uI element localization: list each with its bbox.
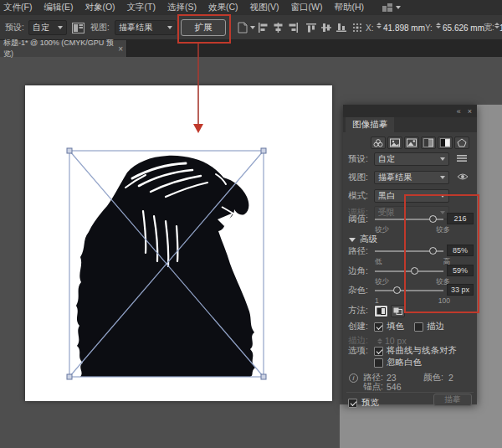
chevron-down-icon xyxy=(396,6,401,9)
panel-mode-label: 模式: xyxy=(348,190,368,202)
info-row-2: 锚点: 546 xyxy=(343,382,477,392)
noise-label: 杂色: xyxy=(348,285,368,296)
method-label: 方法: xyxy=(348,305,368,317)
y-stepper[interactable] xyxy=(436,23,441,28)
panel-view-dropdown[interactable]: 描摹结果 xyxy=(374,171,449,184)
info-anchors-label: 锚点: xyxy=(363,381,383,393)
align-center-icon[interactable] xyxy=(273,15,284,40)
fill-checkbox[interactable] xyxy=(374,322,383,332)
eye-icon[interactable] xyxy=(457,173,469,183)
menu-file[interactable]: 文件(F) xyxy=(3,2,32,13)
ignore-white-checkbox[interactable] xyxy=(374,358,383,368)
menu-bar: 文件(F) 编辑(E) 对象(O) 文字(T) 选择(S) 效果(C) 视图(V… xyxy=(0,0,502,15)
panel-mode-value: 黑白 xyxy=(378,190,395,202)
align-left-icon[interactable] xyxy=(258,15,269,40)
view-dropdown[interactable]: 描摹结果 xyxy=(115,15,177,40)
noise-slider-thumb[interactable] xyxy=(393,286,401,294)
grayscale-preset-icon[interactable] xyxy=(421,136,436,149)
y-value[interactable]: 65.626 mm xyxy=(443,15,484,40)
reference-point-icon[interactable] xyxy=(352,15,362,40)
annotation-rect-sliders xyxy=(404,194,479,313)
chevron-down-icon xyxy=(167,26,172,29)
chevron-down-icon xyxy=(58,26,63,29)
view-label: 视图: xyxy=(90,15,110,40)
preview-row: 预览 描摹 xyxy=(343,395,477,410)
document-tab[interactable]: 标题-1* @ 100% (CMYK/GPU 预览) × xyxy=(0,40,127,57)
create-row: 创建: 填色 描边 xyxy=(343,319,477,334)
view-value: 描摹结果 xyxy=(119,22,152,33)
outline-preset-icon[interactable] xyxy=(454,136,469,149)
trace-panel-toggle-icon[interactable] xyxy=(72,15,85,40)
high-color-preset-icon[interactable] xyxy=(387,136,402,149)
panel-preset-label: 预设: xyxy=(348,153,368,165)
chevron-down-icon xyxy=(250,26,255,29)
info-anchors-value: 546 xyxy=(387,382,402,392)
panel-view-label: 视图: xyxy=(348,172,368,183)
panel-view-row: 视图: 描摹结果 xyxy=(343,170,477,185)
menu-edit[interactable]: 编辑(E) xyxy=(44,2,73,13)
info-icon: i xyxy=(349,373,358,383)
illustrator-window: 文件(F) 编辑(E) 对象(O) 文字(T) 选择(S) 效果(C) 视图(V… xyxy=(0,0,502,448)
menu-effect[interactable]: 效果(C) xyxy=(208,2,238,13)
x-label: X: xyxy=(366,15,373,40)
menu-view[interactable]: 视图(V) xyxy=(250,2,279,13)
panel-preset-value: 自定 xyxy=(378,153,395,165)
background-bottom-strip xyxy=(340,404,502,448)
workspace-grid-icon xyxy=(382,3,392,12)
panel-header: « × xyxy=(343,105,477,117)
menu-type[interactable]: 文字(T) xyxy=(127,2,156,13)
panel-close-icon[interactable]: × xyxy=(468,107,472,116)
tab-close-icon[interactable]: × xyxy=(118,44,123,54)
panel-divider xyxy=(346,392,474,393)
chevron-down-icon xyxy=(440,176,445,179)
menu-help[interactable]: 帮助(H) xyxy=(335,2,365,13)
panel-menu-icon[interactable] xyxy=(457,154,467,164)
method-abutting-icon[interactable] xyxy=(374,305,388,317)
preview-label: 预览 xyxy=(361,397,379,409)
document-title: 标题-1* @ 100% (CMYK/GPU 预览) xyxy=(3,38,115,59)
x-value[interactable]: 41.898 mm xyxy=(383,15,425,40)
annotation-rect-expand xyxy=(177,14,231,44)
panel-view-value: 描摹结果 xyxy=(378,172,412,183)
menu-object[interactable]: 对象(O) xyxy=(85,2,115,13)
stroke-checkbox[interactable] xyxy=(414,322,423,332)
method-overlapping-icon[interactable] xyxy=(391,305,405,317)
menu-window[interactable]: 窗口(W) xyxy=(291,2,323,13)
control-bar: 预设: 自定 视图: 描摹结果 扩展 xyxy=(0,15,502,40)
align-right-icon[interactable] xyxy=(288,15,299,40)
background-right-strip xyxy=(477,105,502,448)
y-label: Y: xyxy=(425,15,433,40)
panel-tab-image-trace[interactable]: 图像描摹 xyxy=(346,117,394,132)
paths-label: 路径: xyxy=(348,245,368,257)
snap-curves-checkbox[interactable] xyxy=(374,347,383,356)
preview-checkbox[interactable] xyxy=(348,399,357,408)
stroke-checkbox-label: 描边 xyxy=(427,321,444,332)
document-options-icon[interactable] xyxy=(237,15,255,40)
menu-select[interactable]: 选择(S) xyxy=(167,2,197,13)
document-tab-bar: 标题-1* @ 100% (CMYK/GPU 预览) × xyxy=(0,40,502,57)
low-color-preset-icon[interactable] xyxy=(404,136,419,149)
preset-value: 自定 xyxy=(33,22,49,33)
fill-checkbox-label: 填色 xyxy=(387,321,404,332)
auto-color-preset-icon[interactable] xyxy=(371,136,386,149)
black-white-preset-icon[interactable] xyxy=(438,136,453,149)
preset-label: 预设: xyxy=(5,15,24,40)
align-top-icon[interactable] xyxy=(306,15,317,40)
ignore-white-label: 忽略白色 xyxy=(387,357,422,368)
ignore-white-row: 忽略白色 xyxy=(343,355,477,370)
threshold-label: 阈值: xyxy=(348,214,368,225)
artboard[interactable] xyxy=(25,85,332,401)
align-middle-icon[interactable] xyxy=(321,15,332,40)
trace-button[interactable]: 描摹 xyxy=(433,394,472,406)
chevron-down-icon xyxy=(440,157,445,161)
x-stepper[interactable] xyxy=(376,23,382,28)
corners-label: 边角: xyxy=(348,265,368,277)
panel-collapse-icon[interactable]: « xyxy=(457,107,461,116)
panel-preset-row: 预设: 自定 xyxy=(343,152,477,167)
create-label: 创建: xyxy=(348,321,368,332)
panel-preset-dropdown[interactable]: 自定 xyxy=(374,152,449,166)
preset-dropdown[interactable]: 自定 xyxy=(28,15,67,40)
workspace-switcher[interactable] xyxy=(382,3,401,12)
align-bottom-icon[interactable] xyxy=(336,15,347,40)
panel-tab-strip: 图像描摹 xyxy=(343,117,477,132)
